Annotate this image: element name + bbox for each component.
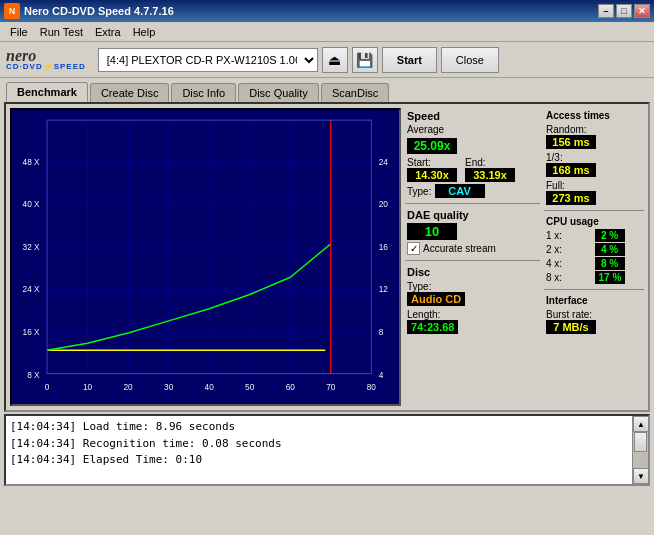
speed-section: Speed Average 25.09x Start: 14.30x End: … <box>405 108 540 200</box>
chart-area: 8 X 16 X 24 X 32 X 40 X 48 X 4 8 12 16 2… <box>10 108 401 406</box>
svg-text:32 X: 32 X <box>23 242 40 252</box>
tab-create-disc[interactable]: Create Disc <box>90 83 169 102</box>
maximize-button[interactable]: □ <box>616 4 632 18</box>
accurate-stream-row: ✓ Accurate stream <box>407 242 538 255</box>
toolbar: nero CD·DVD⚡SPEED [4:4] PLEXTOR CD-R PX-… <box>0 42 654 78</box>
svg-text:12: 12 <box>379 284 388 294</box>
type-label: Type: <box>407 186 431 197</box>
avg-label: Average <box>407 124 444 135</box>
start-button[interactable]: Start <box>382 47 437 73</box>
svg-text:8 X: 8 X <box>27 369 40 379</box>
avg-value: 25.09x <box>407 138 457 154</box>
end-value: 33.19x <box>465 168 515 182</box>
disc-type-label: Type: <box>407 281 431 292</box>
svg-text:40: 40 <box>205 381 214 391</box>
random-label: Random: <box>546 124 587 135</box>
cpu-4x-value: 8 % <box>595 257 625 270</box>
svg-text:40 X: 40 X <box>23 199 40 209</box>
eject-button[interactable]: ⏏ <box>322 47 348 73</box>
burst-value: 7 MB/s <box>546 320 596 334</box>
svg-text:4: 4 <box>379 369 384 379</box>
cpu-1x-label: 1 x: <box>546 230 562 241</box>
svg-text:24 X: 24 X <box>23 284 40 294</box>
cdspeed-brand: CD·DVD⚡SPEED <box>6 62 86 71</box>
log-line-3: [14:04:34] Elapsed Time: 0:10 <box>10 452 628 469</box>
cpu-header: CPU usage <box>546 216 642 227</box>
tab-scandisc[interactable]: ScanDisc <box>321 83 389 102</box>
menu-runtest[interactable]: Run Test <box>34 24 89 40</box>
titlebar-title: N Nero CD-DVD Speed 4.7.7.16 <box>4 3 174 19</box>
menu-extra[interactable]: Extra <box>89 24 127 40</box>
drive-select[interactable]: [4:4] PLEXTOR CD-R PX-W1210S 1.06 <box>98 48 318 72</box>
svg-text:10: 10 <box>83 381 92 391</box>
right-panel-2: Access times Random: 156 ms 1/3: 168 ms … <box>544 108 644 406</box>
menu-help[interactable]: Help <box>127 24 162 40</box>
random-value: 156 ms <box>546 135 596 149</box>
svg-text:16 X: 16 X <box>23 327 40 337</box>
svg-text:30: 30 <box>164 381 173 391</box>
right-panel: Speed Average 25.09x Start: 14.30x End: … <box>405 108 540 406</box>
dae-value: 10 <box>407 223 457 240</box>
scroll-down-button[interactable]: ▼ <box>633 468 649 484</box>
cpu-1x-value: 2 % <box>595 229 625 242</box>
scroll-thumb[interactable] <box>634 432 647 452</box>
svg-text:70: 70 <box>326 381 335 391</box>
disc-length-value: 74:23.68 <box>407 320 458 334</box>
accurate-stream-checkbox[interactable]: ✓ <box>407 242 420 255</box>
start-label: Start: <box>407 157 457 168</box>
save-button[interactable]: 💾 <box>352 47 378 73</box>
tabs: Benchmark Create Disc Disc Info Disc Qua… <box>0 78 654 102</box>
svg-text:60: 60 <box>286 381 295 391</box>
tab-disc-info[interactable]: Disc Info <box>171 83 236 102</box>
menubar: File Run Test Extra Help <box>0 22 654 42</box>
disc-header: Disc <box>407 266 538 278</box>
interface-section: Interface Burst rate: 7 MB/s <box>544 293 644 336</box>
close-button[interactable]: Close <box>441 47 499 73</box>
dae-header: DAE quality <box>407 209 538 221</box>
cpu-4x-label: 4 x: <box>546 258 562 269</box>
onethird-value: 168 ms <box>546 163 596 177</box>
onethird-label: 1/3: <box>546 152 563 163</box>
burst-label: Burst rate: <box>546 309 592 320</box>
scroll-track <box>633 432 648 468</box>
svg-text:20: 20 <box>123 381 132 391</box>
full-value: 273 ms <box>546 191 596 205</box>
access-section: Access times Random: 156 ms 1/3: 168 ms … <box>544 108 644 207</box>
svg-text:16: 16 <box>379 242 388 252</box>
cpu-8x-label: 8 x: <box>546 272 562 283</box>
accurate-label: Accurate stream <box>423 243 496 254</box>
log-line-2: [14:04:34] Recognition time: 0.08 second… <box>10 436 628 453</box>
speed-header: Speed <box>407 110 538 122</box>
cpu-2x-label: 2 x: <box>546 244 562 255</box>
svg-text:8: 8 <box>379 327 384 337</box>
type-value: CAV <box>435 184 485 198</box>
close-window-button[interactable]: ✕ <box>634 4 650 18</box>
log-scrollbar: ▲ ▼ <box>632 416 648 484</box>
log-line-1: [14:04:34] Load time: 8.96 seconds <box>10 419 628 436</box>
interface-header: Interface <box>546 295 642 306</box>
start-value: 14.30x <box>407 168 457 182</box>
svg-text:50: 50 <box>245 381 254 391</box>
minimize-button[interactable]: – <box>598 4 614 18</box>
cpu-2x-value: 4 % <box>595 243 625 256</box>
end-label: End: <box>465 157 515 168</box>
svg-text:80: 80 <box>367 381 376 391</box>
scroll-up-button[interactable]: ▲ <box>633 416 649 432</box>
disc-length-label: Length: <box>407 309 440 320</box>
access-header: Access times <box>546 110 642 121</box>
log-content: [14:04:34] Load time: 8.96 seconds [14:0… <box>6 416 632 484</box>
disc-section: Disc Type: Audio CD Length: 74:23.68 <box>405 264 540 336</box>
svg-text:0: 0 <box>45 381 50 391</box>
titlebar-buttons: – □ ✕ <box>598 4 650 18</box>
tab-benchmark[interactable]: Benchmark <box>6 82 88 102</box>
svg-rect-0 <box>12 110 399 404</box>
disc-type-value: Audio CD <box>407 292 465 306</box>
menu-file[interactable]: File <box>4 24 34 40</box>
tab-disc-quality[interactable]: Disc Quality <box>238 83 319 102</box>
nero-logo: nero CD·DVD⚡SPEED <box>6 48 86 71</box>
full-label: Full: <box>546 180 565 191</box>
svg-text:24: 24 <box>379 156 388 166</box>
cpu-section: CPU usage 1 x: 2 % 2 x: 4 % 4 x: 8 % 8 x… <box>544 214 644 286</box>
cpu-8x-value: 17 % <box>595 271 626 284</box>
app-icon: N <box>4 3 20 19</box>
